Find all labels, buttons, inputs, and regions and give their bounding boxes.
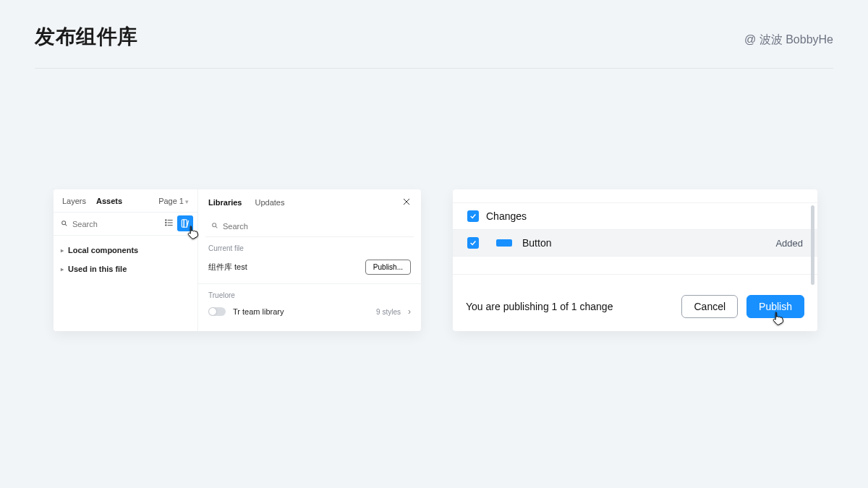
close-icon[interactable]: [402, 197, 411, 208]
current-file-row: 组件库 test Publish...: [198, 255, 421, 283]
search-icon: [211, 222, 218, 231]
svg-point-5: [166, 220, 166, 221]
tab-assets[interactable]: Assets: [96, 197, 122, 205]
svg-point-7: [166, 225, 166, 226]
team-section-label: Truelore: [198, 284, 421, 302]
publish-footer: You are publishing 1 of 1 change Cancel …: [453, 285, 817, 331]
svg-line-1: [65, 224, 67, 226]
library-toggle[interactable]: [208, 307, 226, 316]
scrollbar[interactable]: [811, 205, 814, 285]
publish-button-label: Publish: [759, 301, 792, 312]
assets-and-libraries-card: Layers Assets Page 1▾ Local compone: [54, 189, 421, 331]
publish-dialog: Changes Button Added You are publishing …: [453, 189, 817, 331]
cancel-button[interactable]: Cancel: [681, 295, 738, 318]
group-used-in-file[interactable]: Used in this file: [61, 265, 190, 273]
svg-point-0: [62, 221, 66, 224]
change-checkbox[interactable]: [467, 237, 479, 249]
group-local-components[interactable]: Local components: [61, 246, 190, 254]
libraries-tabs: Libraries Updates: [198, 189, 421, 215]
assets-tabs: Layers Assets Page 1▾: [54, 189, 197, 213]
publish-summary: You are publishing 1 of 1 change: [466, 301, 681, 312]
assets-search-row: [54, 213, 197, 236]
cursor-hand-icon: [770, 310, 785, 326]
page-title: 发布组件库: [35, 23, 138, 51]
libraries-dialog: Libraries Updates Current file 组件库 test …: [198, 189, 421, 331]
assets-body: Local components Used in this file: [54, 236, 197, 289]
team-library-button[interactable]: [177, 215, 193, 231]
svg-point-10: [213, 223, 216, 226]
current-file-name: 组件库 test: [208, 262, 365, 273]
tab-updates[interactable]: Updates: [255, 198, 284, 207]
publish-button[interactable]: Publish: [746, 295, 804, 318]
chevron-down-icon: ▾: [185, 198, 189, 205]
page-label: Page 1: [158, 197, 184, 205]
changes-label: Changes: [486, 210, 527, 222]
svg-line-11: [216, 226, 217, 228]
publish-library-button[interactable]: Publish...: [365, 260, 411, 275]
assets-panel: Layers Assets Page 1▾ Local compone: [54, 189, 198, 331]
change-name: Button: [522, 237, 775, 249]
libraries-search-input[interactable]: [223, 222, 408, 231]
tab-layers[interactable]: Layers: [62, 197, 86, 205]
author-label: @ 波波 BobbyHe: [744, 33, 833, 48]
current-file-section-label: Current file: [198, 237, 421, 255]
change-status: Added: [775, 238, 803, 249]
changes-header: Changes: [453, 203, 817, 229]
select-all-checkbox[interactable]: [467, 210, 479, 222]
svg-point-6: [166, 222, 166, 223]
component-thumbnail: [496, 239, 512, 247]
libraries-search-row: [205, 215, 414, 237]
team-library-name: Tr team library: [233, 307, 376, 316]
page-selector[interactable]: Page 1▾: [158, 197, 189, 205]
team-library-row[interactable]: Tr team library 9 styles ›: [198, 302, 421, 325]
tab-libraries[interactable]: Libraries: [208, 198, 242, 207]
change-row[interactable]: Button Added: [453, 229, 817, 257]
list-view-icon[interactable]: [164, 218, 174, 229]
search-icon: [61, 220, 68, 228]
team-library-meta: 9 styles: [376, 308, 401, 316]
assets-search-input[interactable]: [72, 220, 152, 228]
chevron-right-icon: ›: [408, 307, 411, 317]
